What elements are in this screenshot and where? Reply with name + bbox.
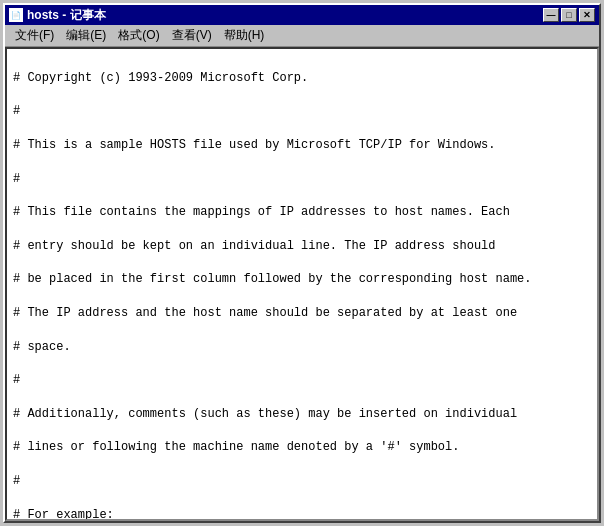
line-7: # be placed in the first column followed… (13, 272, 531, 286)
line-10: # (13, 373, 20, 387)
notepad-window: 📄 hosts - 记事本 — □ ✕ 文件(F) 编辑(E) 格式(O) 查看… (3, 3, 601, 523)
menu-bar: 文件(F) 编辑(E) 格式(O) 查看(V) 帮助(H) (5, 25, 599, 47)
maximize-button[interactable]: □ (561, 8, 577, 22)
line-11: # Additionally, comments (such as these)… (13, 407, 517, 421)
window-title: hosts - 记事本 (27, 7, 106, 24)
line-12: # lines or following the machine name de… (13, 440, 459, 454)
title-bar: 📄 hosts - 记事本 — □ ✕ (5, 5, 599, 25)
line-2: # (13, 104, 20, 118)
text-editor[interactable]: # Copyright (c) 1993-2009 Microsoft Corp… (5, 47, 599, 521)
text-content: # Copyright (c) 1993-2009 Microsoft Corp… (13, 53, 591, 521)
menu-help[interactable]: 帮助(H) (218, 25, 271, 46)
line-5: # This file contains the mappings of IP … (13, 205, 510, 219)
menu-view[interactable]: 查看(V) (166, 25, 218, 46)
menu-file[interactable]: 文件(F) (9, 25, 60, 46)
line-14: # For example: (13, 508, 114, 521)
line-4: # (13, 172, 20, 186)
line-8: # The IP address and the host name shoul… (13, 306, 517, 320)
title-bar-text: 📄 hosts - 记事本 (9, 7, 106, 24)
line-13: # (13, 474, 20, 488)
line-1: # Copyright (c) 1993-2009 Microsoft Corp… (13, 71, 308, 85)
title-controls: — □ ✕ (543, 8, 595, 22)
line-9: # space. (13, 340, 71, 354)
line-6: # entry should be kept on an individual … (13, 239, 495, 253)
app-icon: 📄 (9, 8, 23, 22)
menu-edit[interactable]: 编辑(E) (60, 25, 112, 46)
menu-format[interactable]: 格式(O) (112, 25, 165, 46)
minimize-button[interactable]: — (543, 8, 559, 22)
line-3: # This is a sample HOSTS file used by Mi… (13, 138, 495, 152)
close-button[interactable]: ✕ (579, 8, 595, 22)
